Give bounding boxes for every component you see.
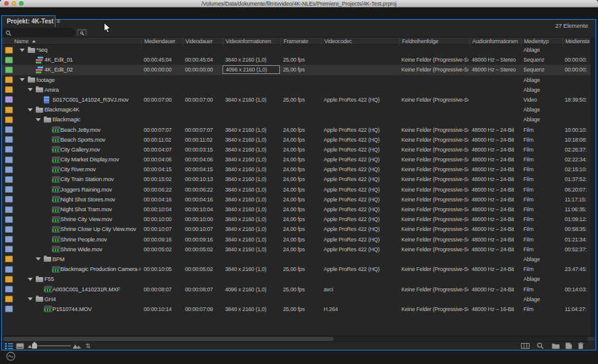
automate-to-sequence-icon[interactable] bbox=[521, 342, 530, 349]
table-row[interactable]: City Train Station.mov 00:00:15:02 00:00… bbox=[2, 174, 591, 184]
item-name[interactable]: Joggers Raining.mov bbox=[60, 185, 141, 195]
tab-projekt[interactable]: Projekt: 4K-Test≡ bbox=[1, 15, 55, 27]
label-color-chip[interactable] bbox=[5, 246, 13, 253]
item-name[interactable]: *seq bbox=[36, 45, 141, 55]
item-name[interactable]: A003C001_1410231R.MXF bbox=[52, 285, 141, 294]
search-in-bin-button[interactable] bbox=[76, 28, 88, 36]
label-color-chip[interactable] bbox=[5, 296, 13, 302]
item-name[interactable]: Shrine Wide.mov bbox=[60, 245, 141, 254]
clear-icon[interactable] bbox=[576, 342, 585, 349]
disclosure-triangle-icon[interactable] bbox=[28, 88, 33, 91]
table-row[interactable]: BPM Ablage bbox=[2, 254, 591, 264]
panel-menu-icon[interactable]: ≡ bbox=[57, 18, 60, 25]
table-row[interactable]: Joggers Raining.mov 00:00:06:22 00:00:06… bbox=[2, 185, 591, 195]
table-row[interactable]: Shrine Wide.mov 00:00:05:02 00:00:05:02 … bbox=[2, 245, 591, 254]
disclosure-triangle-icon[interactable] bbox=[28, 278, 33, 281]
item-name[interactable]: Shrine People.mov bbox=[60, 235, 141, 245]
label-color-chip[interactable] bbox=[5, 256, 13, 262]
table-row[interactable]: Night Shot Tram.mov 00:00:10:04 00:00:10… bbox=[2, 204, 591, 214]
label-color-chip[interactable] bbox=[5, 47, 13, 54]
label-color-chip[interactable] bbox=[5, 116, 13, 123]
table-row[interactable]: *seq Ablage bbox=[2, 45, 591, 55]
disclosure-triangle-icon[interactable] bbox=[28, 108, 33, 111]
label-color-chip[interactable] bbox=[5, 107, 13, 113]
label-color-chip[interactable] bbox=[5, 206, 13, 213]
label-color-chip[interactable] bbox=[5, 146, 13, 153]
label-color-chip[interactable] bbox=[5, 57, 13, 63]
table-row[interactable]: 4K_Edit_01 00:00:45:04 00:00:45:04 3840 … bbox=[2, 55, 591, 65]
item-name[interactable]: Beach Jetty.mov bbox=[60, 125, 141, 135]
table-row[interactable]: P1510744.MOV 00:00:10:14 00:00:07:09 384… bbox=[2, 304, 591, 314]
table-row[interactable]: City Market Display.mov 00:00:04:06 00:0… bbox=[2, 155, 591, 164]
label-color-chip[interactable] bbox=[5, 276, 13, 283]
table-row[interactable]: Blackmagic Ablage bbox=[2, 115, 591, 124]
item-name[interactable]: P1510744.MOV bbox=[52, 304, 141, 314]
label-color-chip[interactable] bbox=[5, 126, 13, 133]
item-name[interactable]: BPM bbox=[52, 254, 141, 264]
item-name[interactable]: City Train Station.mov bbox=[60, 174, 141, 184]
icon-view-icon[interactable] bbox=[15, 342, 24, 349]
table-row[interactable]: Shrine Close Up City View.mov 00:00:10:0… bbox=[2, 224, 591, 234]
label-color-chip[interactable] bbox=[5, 96, 13, 103]
table-row[interactable]: City Gallery.mov 00:00:04:07 00:00:03:15… bbox=[2, 145, 591, 155]
item-name[interactable]: Night Shot Tram.mov bbox=[60, 204, 141, 214]
disclosure-triangle-icon[interactable] bbox=[28, 297, 33, 301]
new-bin-icon[interactable] bbox=[551, 342, 560, 349]
label-color-chip[interactable] bbox=[5, 176, 13, 183]
table-row[interactable]: Beach Sports.mov 00:00:11:02 00:00:11:02… bbox=[2, 135, 591, 145]
horizontal-scrollbar-thumb[interactable] bbox=[3, 337, 334, 341]
table-row[interactable]: Beach Jetty.mov 00:00:07:07 00:00:07:07 … bbox=[2, 125, 591, 135]
list-view-icon[interactable] bbox=[4, 342, 13, 349]
item-name[interactable]: Shrine City View.mov bbox=[60, 214, 141, 224]
new-item-icon[interactable] bbox=[564, 342, 573, 349]
label-color-chip[interactable] bbox=[5, 76, 13, 83]
label-color-chip[interactable] bbox=[5, 226, 13, 233]
item-name[interactable]: Blackmagic Production Camera 4K bbox=[60, 264, 141, 274]
table-row[interactable]: Amira Ablage bbox=[2, 85, 591, 95]
label-color-chip[interactable] bbox=[5, 156, 13, 163]
item-name[interactable]: Shrine Close Up City View.mov bbox=[60, 224, 141, 234]
item-name[interactable]: Night Shot Stores.mov bbox=[60, 195, 141, 204]
table-row[interactable]: 4K_Edit_02 00:00:00:00 00:00:00:00 4096 … bbox=[2, 65, 591, 75]
item-name[interactable]: City River.mov bbox=[60, 164, 141, 174]
item-name[interactable]: F55 bbox=[44, 274, 141, 284]
label-color-chip[interactable] bbox=[5, 196, 13, 203]
item-name[interactable]: City Gallery.mov bbox=[60, 145, 141, 155]
table-row[interactable]: Shrine City View.mov 00:00:10:00 00:00:1… bbox=[2, 214, 591, 224]
table-row[interactable]: Shrine People.mov 00:00:09:16 00:00:09:1… bbox=[2, 235, 591, 245]
table-row[interactable]: footage Ablage bbox=[2, 75, 591, 85]
table-row[interactable]: F55 Ablage bbox=[2, 274, 591, 284]
vertical-scrollbar[interactable] bbox=[591, 37, 596, 336]
disclosure-triangle-icon[interactable] bbox=[36, 257, 41, 261]
label-color-chip[interactable] bbox=[5, 305, 13, 312]
disclosure-triangle-icon[interactable] bbox=[36, 118, 41, 121]
table-row[interactable]: Blackmagic Production Camera 4K 00:00:10… bbox=[2, 264, 591, 274]
item-name[interactable]: GH4 bbox=[44, 294, 141, 304]
sort-icons-icon[interactable]: ⇅ bbox=[84, 342, 92, 349]
search-box[interactable] bbox=[2, 28, 75, 36]
search-input[interactable] bbox=[13, 29, 72, 36]
item-name[interactable]: Beach Sports.mov bbox=[60, 135, 141, 145]
label-color-chip[interactable] bbox=[5, 67, 13, 73]
table-row[interactable]: A003C001_1410231R.MXF 00:00:08:07 00:00:… bbox=[2, 285, 591, 294]
label-color-chip[interactable] bbox=[5, 136, 13, 143]
item-name[interactable]: City Market Display.mov bbox=[60, 155, 141, 164]
label-color-chip[interactable] bbox=[5, 266, 13, 273]
label-color-chip[interactable] bbox=[5, 236, 13, 243]
table-row[interactable]: GH4 Ablage bbox=[2, 294, 591, 304]
table-row[interactable]: Blackmagic4K Ablage bbox=[2, 105, 591, 115]
disclosure-triangle-icon[interactable] bbox=[20, 78, 25, 81]
item-name[interactable]: Blackmagic4K bbox=[44, 105, 141, 115]
table-row[interactable]: Night Shot Stores.mov 00:00:04:16 00:00:… bbox=[2, 195, 591, 204]
label-color-chip[interactable] bbox=[5, 166, 13, 173]
item-name[interactable]: footage bbox=[36, 75, 141, 85]
horizontal-scrollbar[interactable] bbox=[2, 336, 596, 342]
find-icon[interactable] bbox=[536, 342, 544, 349]
item-name[interactable]: Blackmagic bbox=[52, 115, 141, 124]
disclosure-triangle-icon[interactable] bbox=[20, 49, 25, 52]
label-color-chip[interactable] bbox=[5, 216, 13, 223]
item-name[interactable]: Amira bbox=[44, 85, 141, 95]
zoom-in-icon[interactable] bbox=[73, 342, 81, 349]
item-name[interactable]: 4K_Edit_02 bbox=[44, 65, 141, 75]
table-row[interactable]: City River.mov 00:00:04:15 00:00:04:15 3… bbox=[2, 164, 591, 174]
